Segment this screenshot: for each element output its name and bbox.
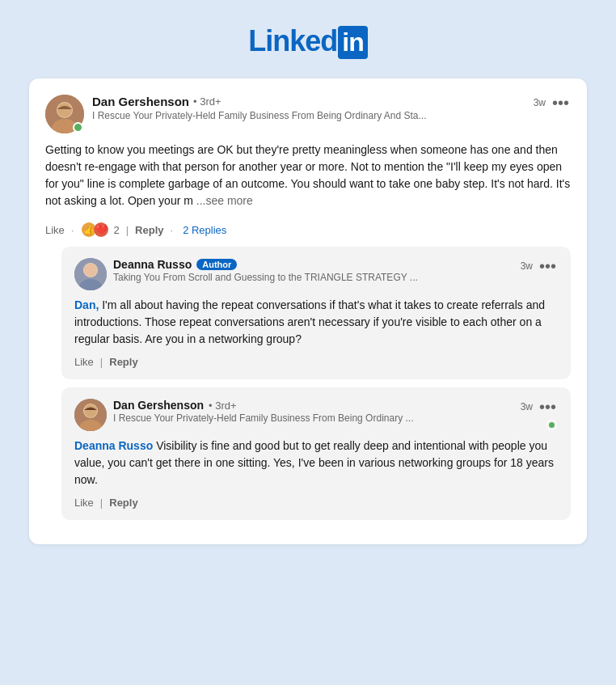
comment-1-divider: | [100, 356, 103, 368]
logo-in-box: in [338, 26, 367, 59]
comment-2-author-name[interactable]: Dan Gershenson [113, 399, 204, 412]
comment-2-user-info: Dan Gershenson • 3rd+ I Rescue Your Priv… [113, 399, 521, 424]
comment-1-user-info: Deanna Russo Author Taking You From Scro… [113, 258, 521, 283]
comment-2-reply-button[interactable]: Reply [109, 497, 137, 509]
comment-1-actions: Like | Reply [74, 356, 558, 368]
post-text: Getting to know you meetings are OK but … [45, 142, 571, 209]
comment-2-header: Dan Gershenson • 3rd+ I Rescue Your Priv… [74, 399, 558, 431]
post-action-dot: · [71, 224, 74, 236]
svg-point-7 [84, 264, 97, 277]
comment-1-name-line: Deanna Russo Author [113, 258, 521, 271]
comment-1-more-button[interactable]: ••• [538, 258, 558, 274]
linkedin-logo: Linkedin [248, 24, 367, 59]
comment-2-mention[interactable]: Deanna Russo [74, 439, 153, 452]
post-author-name[interactable]: Dan Gershenson [92, 95, 189, 108]
comment-2-more-button[interactable]: ••• [538, 399, 558, 415]
post-author-avatar-wrap [45, 95, 84, 133]
comments-section: Deanna Russo Author Taking You From Scro… [45, 247, 571, 520]
comment-1: Deanna Russo Author Taking You From Scro… [61, 247, 571, 379]
post-meta: 3w ••• [534, 95, 571, 111]
comment-1-author-name[interactable]: Deanna Russo [113, 258, 192, 271]
comment-2-divider: | [100, 497, 103, 509]
reaction-icons: 👍 ❤️ [82, 222, 108, 237]
comment-1-like-button[interactable]: Like [74, 356, 94, 368]
post-time: 3w [534, 97, 546, 108]
svg-point-3 [57, 103, 72, 117]
comment-2-text: Deanna Russo Visibility is fine and good… [74, 438, 558, 488]
comment-2-avatar [74, 399, 107, 431]
comment-2-online-badge [547, 421, 556, 429]
comment-2-like-button[interactable]: Like [74, 497, 94, 509]
post-divider: | [126, 224, 129, 236]
reaction-icon-2: ❤️ [94, 222, 108, 237]
post-header: Dan Gershenson • 3rd+ I Rescue Your Priv… [45, 95, 571, 133]
post-author-info: Dan Gershenson • 3rd+ I Rescue Your Priv… [92, 95, 534, 121]
svg-point-11 [84, 404, 97, 417]
comment-2-name-line: Dan Gershenson • 3rd+ [113, 399, 521, 412]
comment-2-degree: • 3rd+ [209, 400, 237, 412]
author-badge: Author [196, 259, 237, 270]
comment-2-meta: 3w ••• [521, 399, 558, 415]
replies-count-link[interactable]: 2 Replies [183, 224, 226, 236]
comment-2-actions: Like | Reply [74, 497, 558, 509]
comment-1-mention[interactable]: Dan, [74, 298, 99, 311]
reaction-count: 2 [113, 224, 119, 236]
main-card: Dan Gershenson • 3rd+ I Rescue Your Priv… [29, 78, 587, 544]
linkedin-logo-area: Linkedin [248, 24, 367, 59]
comment-1-reply-button[interactable]: Reply [109, 356, 137, 368]
comment-1-text: Dan, I'm all about having the repeat con… [74, 297, 558, 348]
post-reply-button[interactable]: Reply [135, 224, 163, 236]
post-author-headline: I Rescue Your Privately-Held Family Busi… [92, 110, 534, 121]
online-badge [73, 122, 83, 133]
post-author-degree: • 3rd+ [193, 95, 222, 108]
comment-2: Dan Gershenson • 3rd+ I Rescue Your Priv… [61, 387, 571, 520]
post-section: Dan Gershenson • 3rd+ I Rescue Your Priv… [45, 95, 571, 247]
see-more-link[interactable]: ...see more [196, 194, 253, 207]
comment-1-headline: Taking You From Scroll and Guessing to t… [113, 272, 521, 283]
comment-1-time: 3w [521, 260, 533, 272]
post-author-name-line: Dan Gershenson • 3rd+ [92, 95, 534, 108]
replies-dot: · [171, 224, 174, 236]
comment-1-avatar [74, 258, 107, 290]
comment-2-time: 3w [521, 401, 533, 412]
comment-2-headline: I Rescue Your Privately-Held Family Busi… [113, 412, 521, 424]
post-like-button[interactable]: Like [45, 224, 65, 236]
comment-1-meta: 3w ••• [521, 258, 558, 274]
post-more-button[interactable]: ••• [551, 95, 571, 111]
comment-1-header: Deanna Russo Author Taking You From Scro… [74, 258, 558, 290]
post-actions: Like · 👍 ❤️ 2 | Reply · 2 Replies [45, 219, 571, 237]
logo-text-left: Linked [248, 24, 337, 57]
